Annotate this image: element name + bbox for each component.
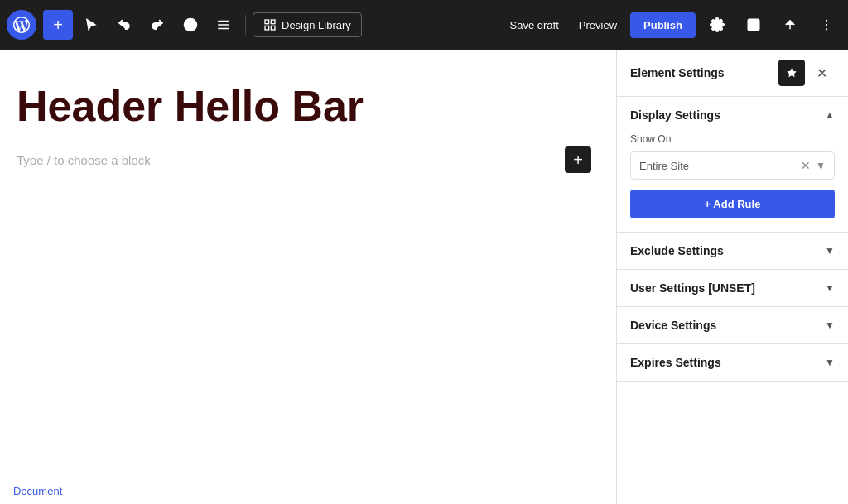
settings-button[interactable] [702,10,732,40]
device-settings-section: Device Settings ▼ [617,307,848,344]
user-settings-section: User Settings [UNSET] ▼ [617,270,848,307]
show-on-field[interactable]: Entire Site ✕ ▼ [630,151,835,180]
top-toolbar: + [0,0,848,50]
svg-rect-7 [271,20,275,24]
device-settings-label: Device Settings [630,319,716,332]
design-library-button[interactable]: Design Library [253,12,362,37]
svg-rect-8 [271,26,275,30]
toolbar-right-actions: Save draft Preview Publish [504,10,841,40]
display-settings-header[interactable]: Display Settings ▲ [617,97,848,133]
device-settings-chevron-icon: ▼ [825,319,835,331]
show-on-dropdown-icon[interactable]: ▼ [816,160,826,171]
more-options-button[interactable] [812,10,841,40]
info-button[interactable] [176,10,205,40]
svg-point-13 [826,24,827,26]
canvas[interactable]: Header Hello Bar Type / to choose a bloc… [0,50,616,504]
display-settings-chevron-icon: ▲ [825,109,835,121]
document-link[interactable]: Document [0,478,616,504]
placeholder-text: Type / to choose a block [17,153,151,167]
add-block-button[interactable]: + [43,10,73,40]
exclude-settings-chevron-icon: ▼ [825,245,835,257]
save-draft-button[interactable]: Save draft [504,14,566,36]
panel-star-button[interactable] [778,60,805,86]
user-settings-header[interactable]: User Settings [UNSET] ▼ [617,270,848,306]
post-type-button[interactable] [739,10,768,40]
right-panel: Element Settings ✕ Display Settings ▲ Sh… [616,50,848,504]
show-on-label: Show On [630,133,835,145]
list-view-button[interactable] [209,10,238,40]
svg-point-14 [826,28,827,30]
redo-button[interactable] [142,10,172,40]
panel-header-actions: ✕ [778,60,835,86]
undo-button[interactable] [109,10,139,40]
user-settings-label: User Settings [UNSET] [630,281,755,295]
page-title: Header Hello Bar [17,83,591,130]
svg-rect-9 [265,26,269,30]
publish-button[interactable]: Publish [630,12,696,38]
preview-button[interactable]: Preview [572,14,624,36]
user-settings-chevron-icon: ▼ [825,282,835,294]
add-rule-button[interactable]: + Add Rule [630,190,835,218]
canvas-placeholder-row: Type / to choose a block + [17,146,591,173]
panel-close-button[interactable]: ✕ [808,60,835,86]
expires-settings-label: Expires Settings [630,356,721,369]
display-settings-content: Show On Entire Site ✕ ▼ + Add Rule [617,133,848,232]
select-tool-button[interactable] [76,10,106,40]
svg-rect-6 [265,20,269,24]
exclude-settings-label: Exclude Settings [630,244,724,257]
display-settings-section: Display Settings ▲ Show On Entire Site ✕… [617,97,848,233]
display-settings-label: Display Settings [630,108,720,122]
toolbar-divider [245,15,246,35]
show-on-value: Entire Site [639,160,801,172]
main-area: Header Hello Bar Type / to choose a bloc… [0,50,848,504]
panel-header: Element Settings ✕ [617,50,848,97]
device-settings-header[interactable]: Device Settings ▼ [617,307,848,343]
expires-settings-chevron-icon: ▼ [825,357,835,368]
expires-settings-section: Expires Settings ▼ [617,344,848,382]
expires-settings-header[interactable]: Expires Settings ▼ [617,344,848,381]
canvas-content: Header Hello Bar Type / to choose a bloc… [0,50,616,478]
panel-title: Element Settings [630,66,725,79]
add-block-canvas-button[interactable]: + [565,146,591,173]
show-on-clear-button[interactable]: ✕ [801,159,811,172]
exclude-settings-header[interactable]: Exclude Settings ▼ [617,233,848,269]
wp-logo-button[interactable] [7,10,36,40]
extras-button[interactable] [775,10,805,40]
svg-point-12 [826,20,827,22]
svg-marker-15 [787,68,797,77]
exclude-settings-section: Exclude Settings ▼ [617,233,848,270]
